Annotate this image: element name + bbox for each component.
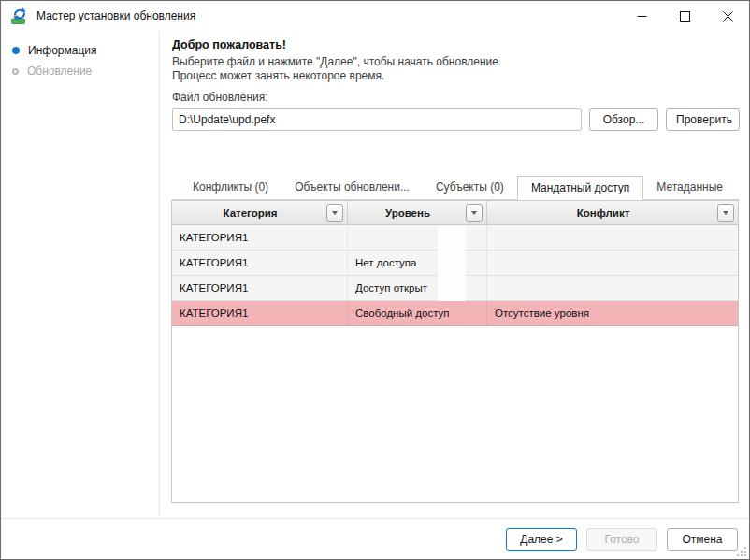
resize-grip[interactable] <box>736 546 747 557</box>
step-active-dot-icon <box>12 47 20 54</box>
filter-dropdown-button[interactable] <box>717 204 734 222</box>
wizard-window: Мастер установки обновления Информация О… <box>0 0 750 560</box>
footer-buttons: Далее > Готово Отмена <box>506 528 738 551</box>
minimize-icon <box>637 11 647 22</box>
browse-button[interactable]: Обзор... <box>589 108 658 131</box>
page-title: Добро пожаловать! <box>172 38 286 51</box>
wizard-steps-sidebar: Информация Обновление <box>1 31 160 516</box>
maximize-icon <box>680 11 690 22</box>
file-field-label: Файл обновления: <box>172 91 268 104</box>
description-line-1: Выберите файл и нажмите "Далее", чтобы н… <box>172 55 501 69</box>
table-header-row: Категория Уровень Конфликт <box>172 201 738 225</box>
chevron-down-icon <box>723 211 728 215</box>
tab-mandatory-access[interactable]: Мандатный доступ <box>517 176 643 200</box>
column-header-label: Уровень <box>385 208 430 219</box>
tab-conflicts[interactable]: Конфликты (0) <box>180 176 281 199</box>
cell-level <box>348 225 487 250</box>
chevron-down-icon <box>471 211 477 215</box>
minimize-button[interactable] <box>620 1 663 31</box>
window-title: Мастер установки обновления <box>36 9 195 22</box>
title-bar: Мастер установки обновления <box>1 1 749 31</box>
finish-button[interactable]: Готово <box>586 528 657 551</box>
cell-conflict: Отсутствие уровня <box>487 301 738 325</box>
maximize-button[interactable] <box>663 1 706 31</box>
table-row[interactable]: КАТЕГОРИЯ1 Доступ открыт <box>172 276 738 301</box>
close-button[interactable] <box>706 1 749 31</box>
cell-conflict <box>487 251 738 275</box>
next-button[interactable]: Далее > <box>506 528 577 551</box>
column-header-label: Категория <box>223 208 277 219</box>
cell-level: Доступ открыт <box>348 276 487 300</box>
cell-conflict <box>487 225 738 250</box>
tab-update-objects[interactable]: Объекты обновлени... <box>281 176 423 199</box>
step-label: Информация <box>28 44 96 57</box>
step-label: Обновление <box>27 65 92 78</box>
cancel-button[interactable]: Отмена <box>667 528 738 551</box>
sidebar-item-information[interactable]: Информация <box>1 40 159 61</box>
update-app-icon <box>10 7 29 25</box>
cell-category: КАТЕГОРИЯ1 <box>172 225 348 250</box>
table-row-conflict-highlight[interactable]: КАТЕГОРИЯ1 Свободный доступ Отсутствие у… <box>172 301 738 326</box>
close-icon <box>723 11 733 22</box>
cell-category: КАТЕГОРИЯ1 <box>172 251 348 275</box>
table-row[interactable]: КАТЕГОРИЯ1 <box>172 225 738 251</box>
column-header-conflict[interactable]: Конфликт <box>487 201 738 224</box>
step-pending-dot-icon <box>12 68 19 75</box>
column-header-label: Конфликт <box>577 208 630 219</box>
sidebar-item-update[interactable]: Обновление <box>1 61 159 81</box>
cell-category: КАТЕГОРИЯ1 <box>172 276 348 300</box>
filter-dropdown-button[interactable] <box>326 204 343 222</box>
table-row[interactable]: КАТЕГОРИЯ1 Нет доступа <box>172 251 738 276</box>
page-description: Выберите файл и нажмите "Далее", чтобы н… <box>172 55 501 83</box>
mandatory-access-table: Категория Уровень Конфликт КАТЕГОРИЯ1 КА… <box>171 200 739 503</box>
filter-dropdown-button[interactable] <box>466 204 483 222</box>
chevron-down-icon <box>332 211 338 215</box>
cell-conflict <box>487 276 738 300</box>
cell-category: КАТЕГОРИЯ1 <box>172 301 348 325</box>
cell-level: Свободный доступ <box>348 301 487 325</box>
window-controls <box>620 1 749 31</box>
tab-subjects[interactable]: Субъекты (0) <box>423 176 517 199</box>
tab-metadata[interactable]: Метаданные <box>643 176 736 199</box>
cell-level: Нет доступа <box>348 251 487 275</box>
description-line-2: Процесс может занять некоторое время. <box>172 69 501 83</box>
check-button[interactable]: Проверить <box>666 108 740 131</box>
tab-strip: Конфликты (0) Объекты обновлени... Субъе… <box>172 176 740 200</box>
column-header-category[interactable]: Категория <box>172 201 348 224</box>
footer-divider <box>1 518 749 519</box>
file-selection-row: Обзор... Проверить <box>172 108 740 131</box>
column-header-level[interactable]: Уровень <box>348 201 487 224</box>
update-file-input[interactable] <box>172 108 582 131</box>
